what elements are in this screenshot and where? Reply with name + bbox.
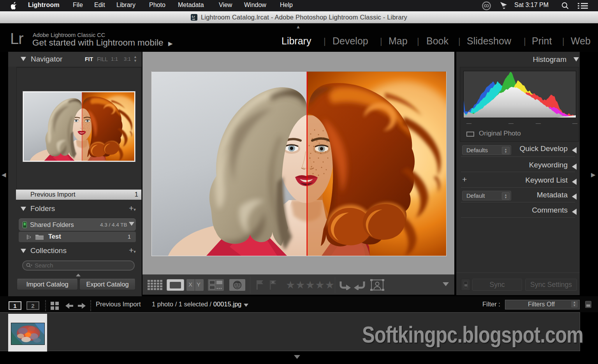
svg-text:cat: cat bbox=[192, 18, 195, 20]
svg-text:Lr: Lr bbox=[192, 15, 195, 18]
